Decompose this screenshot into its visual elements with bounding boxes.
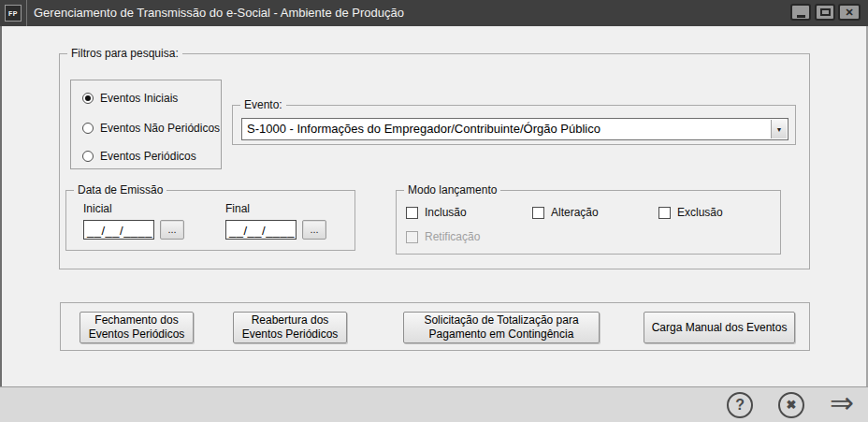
evento-groupbox: Evento: S-1000 - Informações do Empregad… xyxy=(232,105,796,145)
help-button[interactable]: ? xyxy=(727,392,753,418)
checkbox-exclusao[interactable]: Exclusão xyxy=(658,206,723,219)
modo-lancamento-groupbox: Modo lançamento Inclusão Alteração Exclu… xyxy=(396,190,781,255)
radio-label: Eventos Periódicos xyxy=(100,150,196,163)
titlebar-separator xyxy=(26,0,27,26)
checkbox-inclusao[interactable]: Inclusão xyxy=(406,206,467,219)
arrow-right-icon: ⇒ xyxy=(830,386,854,419)
final-browse-button[interactable]: ... xyxy=(302,220,326,240)
checkbox-icon xyxy=(658,207,671,219)
forward-button[interactable]: ⇒ xyxy=(830,388,854,417)
maximize-button[interactable] xyxy=(815,4,835,21)
app-window: FP Gerenciamento de Transmissão do e-Soc… xyxy=(0,0,868,422)
inicial-browse-button[interactable]: ... xyxy=(160,220,184,240)
checkbox-icon xyxy=(532,207,544,219)
checkbox-label: Alteração xyxy=(551,206,599,219)
radio-icon xyxy=(82,93,94,104)
final-label: Final xyxy=(225,202,250,215)
footer-icons: ? ✖ ⇒ xyxy=(727,387,854,422)
carga-manual-button[interactable]: Carga Manual dos Eventos xyxy=(644,312,795,343)
radio-eventos-nao-periodicos[interactable]: Eventos Não Periódicos xyxy=(82,122,220,135)
fechamento-eventos-button[interactable]: Fechamento dos Eventos Periódicos xyxy=(80,312,194,343)
final-date-input[interactable]: __/__/____ xyxy=(225,220,297,240)
checkbox-icon xyxy=(406,207,418,219)
checkbox-label: Inclusão xyxy=(425,206,467,219)
cancel-icon: ✖ xyxy=(787,398,797,412)
radio-icon xyxy=(82,151,94,162)
inicial-label: Inicial xyxy=(83,202,112,215)
checkbox-label: Exclusão xyxy=(677,206,723,219)
evento-dropdown-button[interactable]: ▼ xyxy=(771,120,787,138)
actions-panel: Fechamento dos Eventos Periódicos Reaber… xyxy=(60,302,810,351)
inicial-date-input[interactable]: __/__/____ xyxy=(83,220,154,240)
data-emissao-group-label: Data de Emissão xyxy=(74,183,166,196)
footer-bar: ? ✖ ⇒ xyxy=(0,386,868,422)
minimize-icon xyxy=(797,15,805,18)
checkbox-retificacao: Retificação xyxy=(406,230,480,243)
evento-group-label: Evento: xyxy=(240,98,286,111)
cancel-button[interactable]: ✖ xyxy=(778,392,804,418)
chevron-down-icon: ▼ xyxy=(776,126,783,133)
close-icon: ✕ xyxy=(845,7,853,18)
titlebar[interactable]: FP Gerenciamento de Transmissão do e-Soc… xyxy=(0,0,868,26)
radio-eventos-iniciais[interactable]: Eventos Iniciais xyxy=(82,92,178,105)
modo-lancamento-group-label: Modo lançamento xyxy=(404,183,500,196)
radio-icon xyxy=(82,123,94,134)
checkbox-icon xyxy=(406,231,418,243)
radio-eventos-periodicos[interactable]: Eventos Periódicos xyxy=(82,150,196,163)
evento-combobox[interactable]: S-1000 - Informações do Empregador/Contr… xyxy=(241,118,788,140)
solicitacao-totalizacao-button[interactable]: Solicitação de Totalização para Pagament… xyxy=(403,312,600,343)
radio-label: Eventos Iniciais xyxy=(100,92,178,105)
reabertura-eventos-button[interactable]: Reabertura dos Eventos Periódicos xyxy=(233,312,347,343)
close-button[interactable]: ✕ xyxy=(838,4,861,21)
radio-label: Eventos Não Periódicos xyxy=(100,122,220,135)
help-icon: ? xyxy=(735,397,745,414)
maximize-icon xyxy=(820,8,831,16)
window-title: Gerenciamento de Transmissão do e-Social… xyxy=(34,0,404,26)
event-type-panel: Eventos Iniciais Eventos Não Periódicos … xyxy=(70,80,222,169)
app-icon: FP xyxy=(5,5,22,22)
data-emissao-groupbox: Data de Emissão Inicial __/__/____ ... F… xyxy=(65,190,355,251)
checkbox-alteracao[interactable]: Alteração xyxy=(532,206,599,219)
checkbox-label: Retificação xyxy=(425,230,480,243)
minimize-button[interactable] xyxy=(790,4,811,21)
evento-selected-value: S-1000 - Informações do Empregador/Contr… xyxy=(247,122,600,136)
filters-group-label: Filtros para pesquisa: xyxy=(67,47,182,60)
